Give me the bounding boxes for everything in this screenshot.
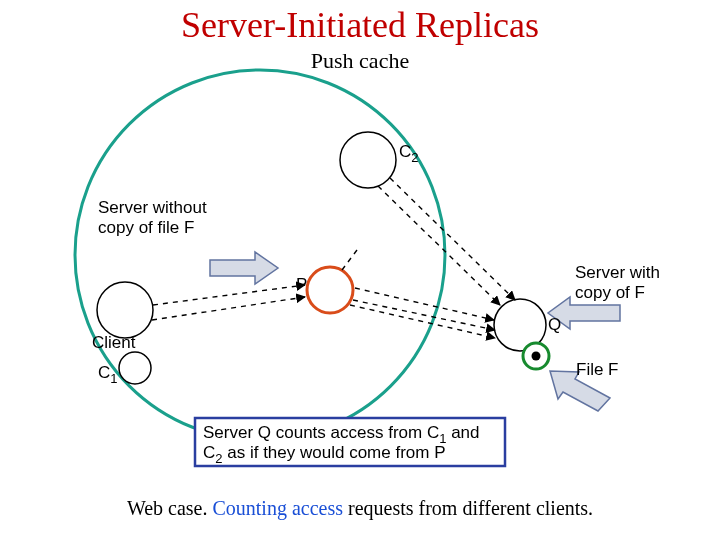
footer-pre: Web case. [127,497,213,519]
node-c1 [119,352,151,384]
arrow-server-nocopy [210,252,278,284]
node-client [97,282,153,338]
diagram-stage: Server-Initiated Replicas Push cache [0,0,720,540]
label-p: P [296,275,307,294]
node-file-f [523,343,549,369]
label-server-copy-2: copy of F [575,283,645,302]
footer-highlight: Counting access [212,497,343,519]
footer-post: requests from different clients. [343,497,593,519]
label-server-copy-1: Server with [575,263,660,282]
edge-p-q-3 [350,305,495,338]
node-p [307,267,353,313]
label-server-nocopy-2: copy of file F [98,218,194,237]
label-c2: C2 [399,142,419,165]
label-file-f: File F [576,360,619,379]
footer-caption: Web case. Counting access requests from … [0,497,720,520]
diagram-svg: C2 Server without copy of file F Client … [0,0,720,540]
node-c2 [340,132,396,188]
label-client: Client [92,333,136,352]
edge-client-p-2 [152,297,305,320]
label-server-nocopy-1: Server without [98,198,207,217]
label-q: Q [548,315,561,334]
edge-p-stub [342,250,357,270]
edge-client-p [153,285,305,305]
label-c1: C1 [98,363,118,386]
edge-c2-q-2 [390,178,515,300]
svg-point-1 [532,352,541,361]
